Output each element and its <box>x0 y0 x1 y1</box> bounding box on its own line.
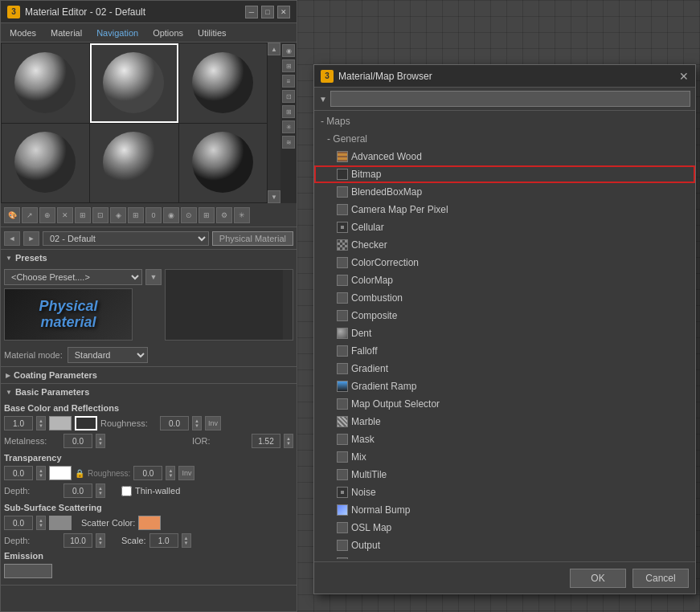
tool-copy[interactable]: ⊞ <box>75 207 91 223</box>
cancel-button[interactable]: Cancel <box>632 569 689 588</box>
menu-modes[interactable]: Modes <box>7 27 39 39</box>
map-output-selector[interactable]: Map Output Selector <box>314 395 695 413</box>
scroll-down-button[interactable]: ▼ <box>268 190 280 203</box>
preview-options-btn-2[interactable]: ⊞ <box>282 59 295 72</box>
map-cellular[interactable]: Cellular <box>314 218 695 236</box>
roughness-locked-spinner[interactable]: ▲▼ <box>166 466 175 480</box>
close-button[interactable]: ✕ <box>277 6 290 18</box>
material-type-button[interactable]: Physical Material <box>212 231 293 246</box>
material-mode-select[interactable]: Standard <box>68 347 148 363</box>
menu-navigation[interactable]: Navigation <box>94 27 141 39</box>
preview-options-btn-3[interactable]: ≡ <box>282 75 295 88</box>
tool-paint[interactable]: 🎨 <box>4 207 20 223</box>
presets-expand-btn[interactable]: ▼ <box>145 269 162 285</box>
scatter-color-swatch[interactable] <box>138 516 161 530</box>
map-bitmap[interactable]: Bitmap <box>314 165 695 183</box>
map-marble[interactable]: Marble <box>314 413 695 430</box>
subsurface-spinner[interactable]: ▲▼ <box>36 516 46 530</box>
base-color-swatch[interactable] <box>49 416 72 430</box>
transparency-spinner[interactable]: ▲▼ <box>36 466 46 480</box>
basic-section-header[interactable]: ▼ Basic Parameters <box>1 384 297 400</box>
material-name-dropdown[interactable]: 02 - Default <box>43 231 209 246</box>
map-particle-age[interactable]: Particle Age <box>314 554 695 559</box>
subsurface-input[interactable] <box>4 516 33 530</box>
preview-options-btn-6[interactable]: ✳ <box>282 120 295 133</box>
roughness-input[interactable] <box>160 416 189 430</box>
map-blended-box-map[interactable]: BlendedBoxMap <box>314 183 695 201</box>
map-mask[interactable]: Mask <box>314 430 695 448</box>
scroll-up-button[interactable]: ▲ <box>268 43 280 55</box>
tool-move[interactable]: ⊕ <box>39 207 55 223</box>
thin-walled-checkbox[interactable] <box>121 486 132 496</box>
tool-make-unique[interactable]: ◈ <box>110 207 126 223</box>
ior-input[interactable] <box>252 434 280 448</box>
menu-material[interactable]: Material <box>48 27 84 39</box>
presets-dropdown[interactable]: <Choose Preset....> <box>4 269 142 285</box>
map-noise[interactable]: Noise <box>314 483 695 501</box>
sphere-cell-5[interactable] <box>90 124 178 203</box>
map-gradient-ramp[interactable]: Gradient Ramp <box>314 377 695 395</box>
sphere-cell-6[interactable] <box>179 124 267 203</box>
map-mix[interactable]: Mix <box>314 448 695 466</box>
ok-button[interactable]: OK <box>570 569 626 588</box>
tool-settings[interactable]: ⚙ <box>216 207 232 223</box>
tool-num[interactable]: 0 <box>145 207 162 223</box>
tool-extra[interactable]: ⊞ <box>199 207 215 223</box>
sphere-cell-3[interactable] <box>179 43 267 123</box>
metalness-input[interactable] <box>63 434 92 448</box>
map-osl-map[interactable]: OSL Map <box>314 519 695 537</box>
roughness-spinner[interactable]: ▲▼ <box>192 416 202 430</box>
maximize-button[interactable]: □ <box>261 6 274 18</box>
map-dent[interactable]: Dent <box>314 324 695 342</box>
transparency-input[interactable] <box>4 466 33 480</box>
map-falloff[interactable]: Falloff <box>314 342 695 360</box>
nav-forward-button[interactable]: ► <box>23 231 39 246</box>
tool-view[interactable]: ◉ <box>163 207 179 223</box>
metalness-spinner[interactable]: ▲▼ <box>96 434 105 448</box>
map-multi-tile[interactable]: MultiTile <box>314 466 695 483</box>
map-color-correction[interactable]: ColorCorrection <box>314 254 695 271</box>
map-normal-bump[interactable]: Normal Bump <box>314 501 695 519</box>
inv-button-1[interactable]: Inv <box>205 416 221 430</box>
coating-section-header[interactable]: ▶ Coating Parameters <box>1 367 297 383</box>
depth-input[interactable] <box>63 483 92 498</box>
subsurface-color-swatch[interactable] <box>49 516 72 530</box>
preview-options-btn-7[interactable]: ≋ <box>282 136 295 149</box>
map-gradient[interactable]: Gradient <box>314 360 695 377</box>
map-color-map[interactable]: ColorMap <box>314 271 695 289</box>
map-checker[interactable]: Checker <box>314 236 695 254</box>
general-category[interactable]: - General <box>314 130 695 148</box>
base-value-spinner[interactable]: ▲▼ <box>36 416 46 430</box>
depth-spinner-2[interactable]: ▲▼ <box>96 533 105 548</box>
presets-section-header[interactable]: ▼ Presets <box>1 250 297 266</box>
nav-back-button[interactable]: ◄ <box>4 231 20 246</box>
transparency-color-swatch[interactable] <box>49 466 72 480</box>
sphere-cell-2[interactable] <box>90 43 178 123</box>
browser-close-button[interactable]: ✕ <box>679 70 689 83</box>
tool-select[interactable]: ↗ <box>22 207 38 223</box>
tool-last[interactable]: ✳ <box>234 207 250 223</box>
depth-spinner[interactable]: ▲▼ <box>96 483 105 498</box>
map-output[interactable]: Output <box>314 537 695 554</box>
map-combustion[interactable]: Combustion <box>314 289 695 307</box>
menu-utilities[interactable]: Utilities <box>195 27 228 39</box>
maps-category[interactable]: - Maps <box>314 112 695 130</box>
tool-options[interactable]: ⊙ <box>181 207 197 223</box>
depth-input-2[interactable] <box>63 533 92 548</box>
inv-button-2[interactable]: Inv <box>178 466 194 480</box>
emission-color-swatch[interactable] <box>4 564 52 578</box>
scale-input[interactable] <box>149 533 178 548</box>
browser-search-input[interactable] <box>330 91 690 107</box>
preview-options-btn-1[interactable]: ◉ <box>282 44 295 57</box>
presets-scrollbar[interactable] <box>283 270 293 340</box>
ior-spinner[interactable]: ▲▼ <box>284 434 293 448</box>
map-camera-map-per-pixel[interactable]: Camera Map Per Pixel <box>314 201 695 218</box>
map-composite[interactable]: Composite <box>314 307 695 324</box>
sphere-cell-4[interactable] <box>2 124 89 203</box>
map-advanced-wood[interactable]: Advanced Wood <box>314 148 695 165</box>
menu-options[interactable]: Options <box>150 27 186 39</box>
roughness-locked-input[interactable] <box>133 466 162 480</box>
tool-delete[interactable]: ✕ <box>57 207 73 223</box>
preview-options-btn-4[interactable]: ⊡ <box>282 90 295 103</box>
minimize-button[interactable]: ─ <box>245 6 258 18</box>
